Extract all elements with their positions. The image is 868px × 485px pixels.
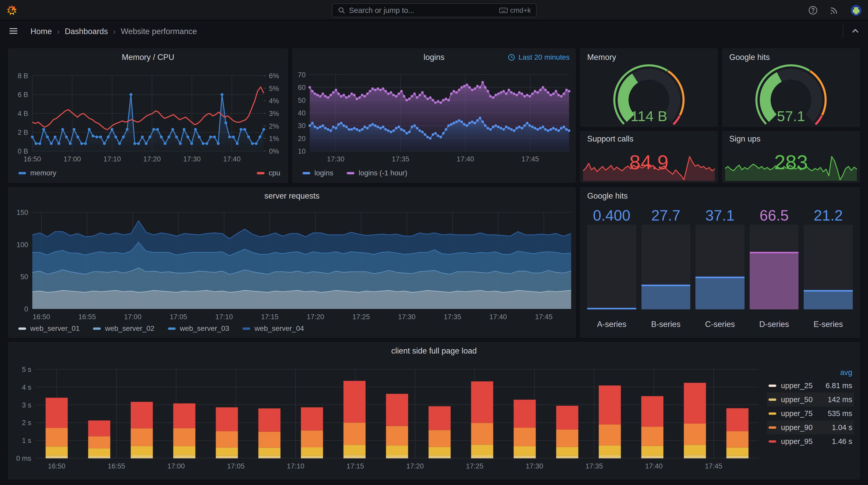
- legend-item-web-server-01[interactable]: web_server_01: [18, 324, 80, 333]
- bar-gauge-value: 0.400: [587, 206, 636, 223]
- legend-avg-value: 535 ms: [828, 409, 852, 418]
- legend-item-upper_25[interactable]: upper_256.81 ms: [767, 379, 854, 392]
- svg-text:17:30: 17:30: [398, 313, 416, 321]
- svg-text:8 B: 8 B: [18, 72, 28, 80]
- panel-logins: logins Last 20 minutes 17:3017:3517:4017…: [292, 48, 576, 183]
- svg-text:16:50: 16:50: [48, 462, 66, 470]
- grafana-logo-icon[interactable]: [6, 5, 18, 16]
- legend-item-logins[interactable]: logins: [303, 169, 333, 177]
- svg-text:2 B: 2 B: [18, 129, 28, 136]
- stat-value: 84.9: [581, 151, 717, 174]
- bar-gauge-track: [695, 225, 745, 310]
- legend-item-upper_95[interactable]: upper_951.46 s: [767, 434, 854, 448]
- svg-text:0%: 0%: [269, 148, 279, 155]
- stat-value: 283: [722, 151, 860, 174]
- memory-gauge: 114 B: [581, 62, 717, 126]
- svg-text:6%: 6%: [269, 72, 279, 80]
- svg-text:17:35: 17:35: [585, 462, 603, 470]
- search-bar: cmd+k: [332, 3, 536, 17]
- panel-google-hits-bars: Google hits 0.400A-series27.7B-series37.…: [580, 187, 860, 337]
- chevron-up-icon[interactable]: [850, 26, 861, 37]
- bar-gauge-track: [587, 225, 636, 310]
- bar-gauge-fill: [642, 285, 690, 310]
- legend-color-chip: [18, 172, 26, 174]
- legend-item-upper_90[interactable]: upper_901.04 s: [767, 420, 854, 434]
- legend-item-web-server-02[interactable]: web_server_02: [93, 324, 154, 333]
- svg-text:3 s: 3 s: [22, 401, 31, 409]
- svg-text:16:55: 16:55: [78, 313, 96, 321]
- svg-text:17:10: 17:10: [215, 313, 233, 321]
- bar-gauge-label: B-series: [642, 320, 690, 329]
- svg-text:5%: 5%: [269, 85, 279, 93]
- legend-item-upper_50[interactable]: upper_50142 ms: [767, 392, 854, 407]
- news-rss-icon[interactable]: [829, 5, 839, 15]
- panel-support-calls: Support calls 84.9: [580, 131, 718, 183]
- top-nav: cmd+k: [0, 0, 868, 21]
- menu-icon[interactable]: [8, 26, 19, 37]
- bar-gauge-label: E-series: [804, 320, 853, 329]
- time-range-label[interactable]: Last 20 minutes: [507, 49, 570, 66]
- panel-title[interactable]: Memory / CPU: [8, 49, 287, 66]
- bar-gauge-label: C-series: [695, 320, 745, 329]
- logins-chart[interactable]: 17:3017:3517:4017:4510203040506070: [293, 65, 575, 166]
- legend-avg-header: avg: [767, 366, 854, 379]
- legend-label: upper_95: [781, 437, 832, 446]
- bar-gauge-track: [804, 225, 853, 310]
- panel-title[interactable]: client side full page load: [8, 343, 860, 359]
- legend-color-chip: [243, 327, 250, 330]
- legend-item-memory[interactable]: memory: [18, 169, 56, 177]
- legend-label: web_server_04: [254, 324, 304, 333]
- breadcrumb-dashboards[interactable]: Dashboards: [65, 27, 108, 36]
- svg-text:17:40: 17:40: [489, 313, 507, 321]
- svg-text:100: 100: [17, 241, 28, 249]
- svg-text:5 s: 5 s: [22, 366, 31, 374]
- svg-text:0: 0: [24, 305, 28, 313]
- svg-text:17:10: 17:10: [287, 462, 304, 470]
- bar-gauge-track: [642, 225, 690, 310]
- panel-memory-cpu: Memory / CPU 16:5017:0017:1017:2017:3017…: [8, 48, 288, 183]
- panel-title[interactable]: Sign ups: [722, 131, 860, 147]
- keyboard-icon: [499, 7, 507, 13]
- bar-gauge-column: 66.5D-series: [750, 206, 799, 334]
- svg-text:40: 40: [298, 109, 306, 117]
- svg-text:17:25: 17:25: [466, 462, 484, 470]
- panel-title[interactable]: server requests: [8, 188, 575, 204]
- svg-text:17:30: 17:30: [526, 462, 543, 470]
- clock-icon: [507, 54, 516, 61]
- user-avatar[interactable]: [850, 5, 862, 16]
- bar-gauge-column: 0.400A-series: [587, 206, 636, 334]
- server-requests-chart[interactable]: 16:5016:5517:0017:0517:1017:1517:2017:25…: [8, 202, 575, 323]
- bar-gauge-column: 27.7B-series: [642, 206, 690, 334]
- legend-item-upper_75[interactable]: upper_75535 ms: [767, 407, 854, 420]
- bar-gauge-fill: [587, 308, 636, 310]
- legend-item-cpu[interactable]: cpu: [257, 169, 280, 177]
- legend-avg-value: 6.81 ms: [826, 382, 852, 390]
- legend-label: upper_90: [781, 423, 832, 432]
- svg-text:17:15: 17:15: [346, 462, 364, 470]
- svg-text:16:50: 16:50: [24, 155, 41, 163]
- panel-title[interactable]: Google hits: [581, 188, 860, 204]
- svg-text:17:00: 17:00: [124, 313, 142, 321]
- svg-text:57.1: 57.1: [777, 108, 805, 124]
- legend-color-chip: [769, 413, 776, 415]
- legend-label: upper_25: [781, 382, 826, 390]
- svg-text:0 ms: 0 ms: [16, 455, 31, 462]
- help-icon[interactable]: [808, 5, 818, 15]
- memory-cpu-chart[interactable]: 16:5017:0017:1017:2017:3017:400 B2 B4 B6…: [8, 65, 287, 166]
- svg-text:2%: 2%: [269, 122, 279, 130]
- legend-item-web-server-03[interactable]: web_server_03: [168, 324, 229, 333]
- svg-text:4 B: 4 B: [18, 110, 28, 118]
- search-input[interactable]: [349, 6, 496, 15]
- legend-item-web-server-04[interactable]: web_server_04: [243, 324, 304, 333]
- panel-title[interactable]: Support calls: [581, 131, 717, 147]
- client-load-chart[interactable]: 16:5016:5517:0017:0517:1017:1517:2017:25…: [8, 357, 763, 475]
- legend-color-chip: [168, 327, 176, 330]
- legend-avg-value: 1.46 s: [832, 437, 852, 446]
- svg-text:60: 60: [298, 84, 306, 91]
- legend-label: cpu: [269, 169, 280, 177]
- legend-item-logins-1-hour-[interactable]: logins (-1 hour): [347, 169, 407, 177]
- breadcrumb-home[interactable]: Home: [30, 27, 52, 36]
- svg-text:17:25: 17:25: [352, 313, 370, 321]
- panel-server-requests: server requests 16:5016:5517:0017:0517:1…: [8, 187, 576, 337]
- breadcrumb-current-page: Website performance: [121, 27, 197, 36]
